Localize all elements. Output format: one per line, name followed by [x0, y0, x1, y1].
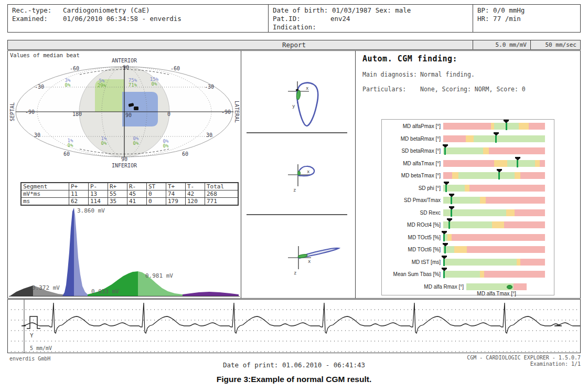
segment-table-cell: 55	[108, 190, 127, 198]
loop3-z-label: z	[294, 270, 296, 276]
segment-table-cell: ms	[21, 198, 69, 206]
percent-green: 0%	[101, 141, 107, 146]
score-row-bar	[443, 259, 545, 266]
score-row-label: MD betaRmax [°]	[382, 136, 441, 142]
score-panel: MD alfaPmax [°]MD betaRmax [°]SD betaRma…	[381, 119, 554, 295]
score-row-bar	[443, 123, 545, 130]
t-peak-value: 0.981 mV	[145, 272, 173, 279]
score-row-label: MD alfaPmax [°]	[382, 123, 441, 129]
score-segment-red	[515, 209, 545, 216]
percent-green: 0%	[163, 143, 169, 149]
median-beat-area-chart: 3.860 mV 0.981 mV 0.372 mV 0.033 mV	[9, 206, 240, 298]
report-bar: Report 5.0 mm/mV 50 mm/sec	[7, 40, 581, 50]
speed-setting[interactable]: 50 mm/sec	[530, 40, 580, 49]
normal-region-blue	[122, 92, 158, 126]
footer-software-info: CGM - CARDIOLOGIC EXPLORER - 1.5.0.7 Exa…	[467, 355, 581, 367]
score-segment-yellow	[535, 160, 540, 167]
pat-id-value: env24	[330, 15, 350, 23]
neg60-left-label: -60	[70, 66, 79, 71]
p-wave-dark-area	[10, 285, 33, 296]
neg30-left-label: -30	[35, 84, 44, 90]
segment-table-header-cell: R-	[127, 183, 147, 190]
score-marker-pin	[442, 268, 447, 278]
center-90-label: 90	[125, 112, 132, 118]
loop2-x-label: x	[307, 169, 310, 174]
loop1-y-label: y	[292, 103, 295, 109]
calibration-pulse	[27, 316, 40, 329]
segment-table-cell: 74	[166, 190, 186, 198]
score-marker-pin	[442, 231, 447, 241]
header-patient-block: Date of birth: 01/03/1987 Sex: male Pat.…	[268, 5, 473, 32]
score-row-bar	[443, 160, 545, 167]
score-row-label: MD tST [ms]	[382, 259, 441, 265]
vector-loops-column: x y x z x z	[241, 51, 355, 298]
main-region: Values of median beat	[7, 50, 581, 299]
score-segment-red	[486, 197, 545, 204]
patient-header: Rec.-type:Cardiogoniometry (CaE) Examine…	[7, 4, 581, 33]
segment-table-header-cell: ST	[147, 183, 166, 190]
score-segment-yellow	[480, 271, 484, 278]
software-version: CGM - CARDIOLOGIC EXPLORER - 1.5.0.7	[467, 355, 581, 361]
score-segment-red	[484, 271, 545, 278]
bp-line: BP: 0/0 mmHg	[477, 6, 576, 15]
score-marker-dot	[507, 285, 512, 289]
score-marker-pin	[449, 206, 454, 217]
score-row-bar	[443, 221, 545, 228]
segment-table-cell: mV*ms	[21, 190, 69, 198]
r-peak-value: 3.860 mV	[77, 207, 105, 214]
header-vitals-block: BP: 0/0 mmHg HR: 77 /min	[473, 5, 580, 32]
score-row-bar	[443, 172, 545, 179]
bottom-angle-label: 90	[121, 156, 127, 162]
score-segment-red	[469, 185, 545, 192]
score-marker-pin	[443, 243, 448, 253]
mid-0-label: 0	[167, 111, 170, 117]
ecg-strip: Y 5 mm/mV	[7, 299, 581, 353]
calibration-label: 5 mm/mV	[30, 345, 52, 351]
segment-table-header-cell: T+	[166, 183, 186, 190]
percent-green: 0%	[133, 141, 139, 146]
score-marker-pin	[515, 157, 520, 167]
pos30-left-label: 30	[34, 132, 40, 138]
figure-caption-text: Example of normal CGM result.	[251, 375, 371, 384]
score-row-bar	[443, 197, 545, 204]
score-row-bar	[443, 234, 545, 241]
gain-setting[interactable]: 5.0 mm/mV	[473, 40, 530, 49]
score-segment-green	[443, 147, 483, 154]
examined-label: Examined:	[12, 15, 63, 23]
loop2-t-loop	[298, 171, 301, 175]
loop3-x-label: x	[308, 259, 311, 264]
score-row-label: SD betaRmax [°]	[382, 148, 441, 154]
score-segment-yellow	[483, 147, 489, 154]
finding-title: Autom. CGM finding:	[362, 54, 457, 63]
cgm-report-page: Rec.-type:Cardiogoniometry (CaE) Examine…	[0, 0, 588, 392]
percent-green: 0%	[65, 82, 71, 88]
segment-table-cell: 268	[205, 190, 239, 198]
main-diagnosis-value: Normal finding.	[420, 71, 475, 78]
score-segment-green	[474, 135, 545, 142]
segment-table-cell: 42	[186, 190, 205, 198]
percent-green: 29%	[98, 83, 106, 88]
score-marker-pin	[494, 132, 499, 143]
segment-table-cell: 62	[69, 198, 89, 206]
finding-column: Autom. CGM finding: Main diagnosis:Norma…	[356, 51, 580, 298]
score-segment-green	[507, 160, 534, 167]
ecg-trace	[22, 303, 580, 333]
score-row-bar	[443, 147, 545, 154]
score-segment-red	[504, 221, 545, 228]
right-angle-label: -90	[221, 109, 231, 115]
score-segment-yellow	[506, 209, 515, 216]
score-row-bar	[443, 135, 545, 142]
hr-line: HR: 77 /min	[477, 15, 576, 23]
segment-table-cell: 41	[127, 198, 147, 206]
score-row-bar	[443, 246, 545, 253]
neg30-right-label: -30	[205, 84, 214, 90]
segment-table-cell: 179	[166, 198, 186, 206]
score-segment-yellow	[480, 197, 486, 204]
score-segment-yellow	[515, 172, 521, 179]
rec-type-value: Cardiogoniometry (CaE)	[63, 6, 150, 14]
segment-table-header-cell: Total	[205, 183, 239, 190]
segment-table-header-cell: Segment	[21, 183, 69, 190]
top-angle-label: -90	[120, 65, 129, 70]
pos60-left-label: 60	[63, 151, 70, 157]
score-marker-pin	[497, 169, 502, 179]
